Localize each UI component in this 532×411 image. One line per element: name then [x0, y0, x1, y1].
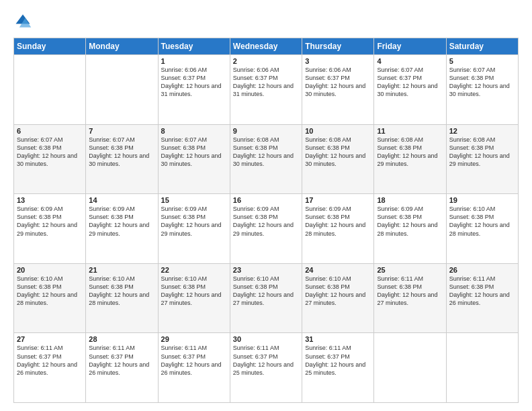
- calendar-day-header: Friday: [374, 38, 446, 55]
- day-info: Sunrise: 6:07 AM Sunset: 6:38 PM Dayligh…: [89, 136, 154, 169]
- calendar-cell: 2Sunrise: 6:06 AM Sunset: 6:37 PM Daylig…: [230, 55, 302, 125]
- day-info: Sunrise: 6:10 AM Sunset: 6:38 PM Dayligh…: [17, 275, 83, 308]
- day-info: Sunrise: 6:09 AM Sunset: 6:38 PM Dayligh…: [305, 205, 371, 238]
- day-number: 27: [17, 335, 83, 343]
- day-number: 2: [233, 57, 299, 65]
- day-number: 29: [161, 335, 227, 343]
- day-number: 31: [305, 335, 371, 343]
- day-info: Sunrise: 6:10 AM Sunset: 6:38 PM Dayligh…: [233, 275, 299, 308]
- calendar-day-header: Sunday: [14, 38, 86, 55]
- calendar-cell: 15Sunrise: 6:09 AM Sunset: 6:38 PM Dayli…: [158, 194, 230, 264]
- calendar-cell: 11Sunrise: 6:08 AM Sunset: 6:38 PM Dayli…: [374, 124, 446, 194]
- calendar-cell: 8Sunrise: 6:07 AM Sunset: 6:38 PM Daylig…: [158, 124, 230, 194]
- calendar-table: SundayMondayTuesdayWednesdayThursdayFrid…: [13, 38, 519, 403]
- calendar-cell: [374, 333, 446, 403]
- calendar-cell: 13Sunrise: 6:09 AM Sunset: 6:38 PM Dayli…: [14, 194, 86, 264]
- calendar-cell: [14, 55, 86, 125]
- day-info: Sunrise: 6:08 AM Sunset: 6:38 PM Dayligh…: [377, 136, 443, 169]
- calendar-cell: [86, 55, 158, 125]
- calendar-cell: 3Sunrise: 6:06 AM Sunset: 6:37 PM Daylig…: [302, 55, 374, 125]
- day-info: Sunrise: 6:10 AM Sunset: 6:38 PM Dayligh…: [89, 275, 154, 308]
- day-info: Sunrise: 6:10 AM Sunset: 6:38 PM Dayligh…: [305, 275, 371, 308]
- day-number: 19: [449, 196, 515, 204]
- day-info: Sunrise: 6:09 AM Sunset: 6:38 PM Dayligh…: [377, 205, 443, 238]
- day-number: 16: [233, 196, 299, 204]
- day-number: 1: [161, 57, 227, 65]
- calendar-cell: 30Sunrise: 6:11 AM Sunset: 6:37 PM Dayli…: [230, 333, 302, 403]
- header: [13, 12, 519, 31]
- calendar-week-row: 27Sunrise: 6:11 AM Sunset: 6:37 PM Dayli…: [14, 333, 519, 403]
- day-number: 26: [449, 266, 515, 274]
- day-number: 3: [305, 57, 371, 65]
- calendar-header-row: SundayMondayTuesdayWednesdayThursdayFrid…: [14, 38, 519, 55]
- day-info: Sunrise: 6:07 AM Sunset: 6:38 PM Dayligh…: [449, 66, 515, 99]
- day-number: 4: [377, 57, 443, 65]
- day-number: 25: [377, 266, 443, 274]
- calendar-cell: [446, 333, 518, 403]
- calendar-cell: 20Sunrise: 6:10 AM Sunset: 6:38 PM Dayli…: [14, 263, 86, 333]
- calendar-cell: 4Sunrise: 6:07 AM Sunset: 6:37 PM Daylig…: [374, 55, 446, 125]
- day-number: 21: [89, 266, 154, 274]
- calendar-cell: 12Sunrise: 6:08 AM Sunset: 6:38 PM Dayli…: [446, 124, 518, 194]
- calendar-day-header: Thursday: [302, 38, 374, 55]
- day-number: 17: [305, 196, 371, 204]
- logo-icon: [13, 12, 32, 31]
- day-info: Sunrise: 6:09 AM Sunset: 6:38 PM Dayligh…: [17, 205, 83, 238]
- calendar-cell: 17Sunrise: 6:09 AM Sunset: 6:38 PM Dayli…: [302, 194, 374, 264]
- day-info: Sunrise: 6:08 AM Sunset: 6:38 PM Dayligh…: [233, 136, 299, 169]
- day-number: 6: [17, 127, 83, 135]
- day-info: Sunrise: 6:11 AM Sunset: 6:37 PM Dayligh…: [161, 344, 227, 377]
- calendar-cell: 31Sunrise: 6:11 AM Sunset: 6:37 PM Dayli…: [302, 333, 374, 403]
- day-info: Sunrise: 6:11 AM Sunset: 6:37 PM Dayligh…: [17, 344, 83, 377]
- day-number: 8: [161, 127, 227, 135]
- calendar-week-row: 1Sunrise: 6:06 AM Sunset: 6:37 PM Daylig…: [14, 55, 519, 125]
- calendar-cell: 7Sunrise: 6:07 AM Sunset: 6:38 PM Daylig…: [86, 124, 158, 194]
- calendar-cell: 19Sunrise: 6:10 AM Sunset: 6:38 PM Dayli…: [446, 194, 518, 264]
- day-number: 30: [233, 335, 299, 343]
- calendar-week-row: 13Sunrise: 6:09 AM Sunset: 6:38 PM Dayli…: [14, 194, 519, 264]
- day-info: Sunrise: 6:09 AM Sunset: 6:38 PM Dayligh…: [161, 205, 227, 238]
- day-number: 23: [233, 266, 299, 274]
- day-number: 13: [17, 196, 83, 204]
- calendar-cell: 26Sunrise: 6:11 AM Sunset: 6:38 PM Dayli…: [446, 263, 518, 333]
- calendar-day-header: Monday: [86, 38, 158, 55]
- calendar-cell: 16Sunrise: 6:09 AM Sunset: 6:38 PM Dayli…: [230, 194, 302, 264]
- calendar-day-header: Tuesday: [158, 38, 230, 55]
- day-info: Sunrise: 6:11 AM Sunset: 6:37 PM Dayligh…: [89, 344, 154, 377]
- day-info: Sunrise: 6:06 AM Sunset: 6:37 PM Dayligh…: [233, 66, 299, 99]
- day-info: Sunrise: 6:10 AM Sunset: 6:38 PM Dayligh…: [161, 275, 227, 308]
- calendar-day-header: Wednesday: [230, 38, 302, 55]
- day-info: Sunrise: 6:07 AM Sunset: 6:37 PM Dayligh…: [377, 66, 443, 99]
- day-number: 5: [449, 57, 515, 65]
- day-number: 18: [377, 196, 443, 204]
- day-number: 15: [161, 196, 227, 204]
- calendar-cell: 29Sunrise: 6:11 AM Sunset: 6:37 PM Dayli…: [158, 333, 230, 403]
- calendar-cell: 24Sunrise: 6:10 AM Sunset: 6:38 PM Dayli…: [302, 263, 374, 333]
- logo: [13, 12, 36, 31]
- day-info: Sunrise: 6:11 AM Sunset: 6:38 PM Dayligh…: [377, 275, 443, 308]
- calendar-cell: 25Sunrise: 6:11 AM Sunset: 6:38 PM Dayli…: [374, 263, 446, 333]
- day-info: Sunrise: 6:06 AM Sunset: 6:37 PM Dayligh…: [305, 66, 371, 99]
- day-info: Sunrise: 6:07 AM Sunset: 6:38 PM Dayligh…: [161, 136, 227, 169]
- day-number: 20: [17, 266, 83, 274]
- day-info: Sunrise: 6:11 AM Sunset: 6:37 PM Dayligh…: [305, 344, 371, 377]
- day-number: 11: [377, 127, 443, 135]
- calendar-cell: 9Sunrise: 6:08 AM Sunset: 6:38 PM Daylig…: [230, 124, 302, 194]
- day-info: Sunrise: 6:10 AM Sunset: 6:38 PM Dayligh…: [449, 205, 515, 238]
- day-info: Sunrise: 6:09 AM Sunset: 6:38 PM Dayligh…: [233, 205, 299, 238]
- day-info: Sunrise: 6:06 AM Sunset: 6:37 PM Dayligh…: [161, 66, 227, 99]
- calendar-cell: 28Sunrise: 6:11 AM Sunset: 6:37 PM Dayli…: [86, 333, 158, 403]
- day-info: Sunrise: 6:07 AM Sunset: 6:38 PM Dayligh…: [17, 136, 83, 169]
- calendar-cell: 5Sunrise: 6:07 AM Sunset: 6:38 PM Daylig…: [446, 55, 518, 125]
- calendar-cell: 27Sunrise: 6:11 AM Sunset: 6:37 PM Dayli…: [14, 333, 86, 403]
- calendar-cell: 6Sunrise: 6:07 AM Sunset: 6:38 PM Daylig…: [14, 124, 86, 194]
- day-info: Sunrise: 6:08 AM Sunset: 6:38 PM Dayligh…: [305, 136, 371, 169]
- day-number: 22: [161, 266, 227, 274]
- calendar-cell: 23Sunrise: 6:10 AM Sunset: 6:38 PM Dayli…: [230, 263, 302, 333]
- calendar-week-row: 20Sunrise: 6:10 AM Sunset: 6:38 PM Dayli…: [14, 263, 519, 333]
- calendar-cell: 21Sunrise: 6:10 AM Sunset: 6:38 PM Dayli…: [86, 263, 158, 333]
- day-number: 12: [449, 127, 515, 135]
- calendar-cell: 18Sunrise: 6:09 AM Sunset: 6:38 PM Dayli…: [374, 194, 446, 264]
- calendar-day-header: Saturday: [446, 38, 518, 55]
- calendar-cell: 22Sunrise: 6:10 AM Sunset: 6:38 PM Dayli…: [158, 263, 230, 333]
